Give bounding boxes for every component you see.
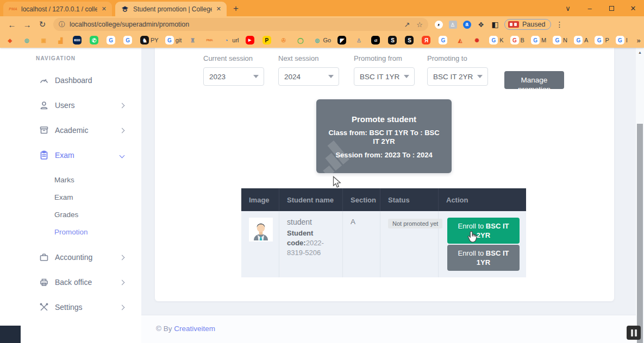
bookmark-item[interactable]: ◎Go	[313, 36, 332, 45]
bookmark-item[interactable]: ◔url	[222, 36, 239, 45]
tab-close-icon[interactable]: ✕	[216, 5, 221, 12]
bookmark-item[interactable]: PMA	[205, 36, 215, 45]
close-window-button[interactable]: ✕	[622, 4, 644, 12]
bookmark-item[interactable]: ▣	[39, 36, 49, 45]
bookmark-item[interactable]: ✺	[472, 36, 483, 45]
scrollbar[interactable]: ▲	[636, 48, 644, 343]
tab-close-icon[interactable]: ✕	[102, 5, 107, 12]
back-icon[interactable]: ←	[4, 20, 20, 29]
tab-phpmyadmin[interactable]: PMA localhost / 127.0.0.1 / college / u …	[3, 2, 112, 16]
sidebar-item-grades[interactable]: Grades	[0, 206, 141, 223]
bookmark-item[interactable]: ♞PY	[140, 36, 159, 45]
overlay-pause-button[interactable]	[627, 326, 641, 340]
address-bar[interactable]: ⓘ localhost/college/superadmin/promotion…	[53, 18, 428, 31]
bookmark-item[interactable]: ◭	[455, 36, 466, 45]
tab-title: Student promotion | College	[133, 5, 212, 13]
bookmark-item[interactable]: cl	[371, 36, 382, 45]
sidebar-item-exam[interactable]: Exam	[0, 143, 141, 168]
bookmark-icon: S	[405, 36, 414, 45]
share-icon[interactable]: ↗	[404, 21, 410, 29]
student-avatar	[249, 218, 273, 242]
extensions-puzzle-icon[interactable]: ❖	[474, 21, 488, 29]
recorder-paused-button[interactable]: Paused	[504, 19, 551, 30]
bookmark-item[interactable]: ♜	[188, 36, 198, 45]
sidebar-item-settings[interactable]: Settings	[0, 295, 141, 320]
bookmark-item[interactable]: GI	[616, 36, 628, 45]
next-session-select[interactable]: 2024	[278, 67, 339, 86]
sidebar-item-accounting[interactable]: Accounting	[0, 245, 141, 270]
sidebar-item-dashboard[interactable]: Dashboard	[0, 68, 141, 93]
bookmark-item[interactable]: G	[123, 36, 134, 45]
maximize-button[interactable]	[601, 4, 622, 12]
column-header-action: Action	[439, 188, 526, 211]
sidebar-item-marks[interactable]: Marks	[0, 171, 141, 188]
bookmarks-overflow-icon[interactable]: »	[634, 36, 643, 45]
bookmark-icon: ♙	[354, 36, 363, 45]
promoting-from-select[interactable]: BSC IT 1YR	[354, 67, 415, 86]
enroll-to-2yr-button[interactable]: Enroll to BSC IT 2YR	[447, 218, 520, 244]
bookmark-item[interactable]: Я	[422, 36, 432, 45]
site-info-icon[interactable]: ⓘ	[59, 20, 65, 29]
url-text[interactable]: localhost/college/superadmin/promotion	[70, 21, 397, 28]
bookmark-item[interactable]: G	[439, 36, 449, 45]
bookmark-item[interactable]: ▶	[246, 36, 256, 45]
bookmark-item[interactable]: S	[405, 36, 415, 45]
extension-a-icon[interactable]: a	[460, 20, 474, 29]
reload-icon[interactable]: ↻	[35, 20, 50, 29]
bookmark-item[interactable]: GK	[489, 36, 503, 45]
creativeitem-link[interactable]: Creativeitem	[174, 325, 215, 333]
select-value: BSC IT 2YR	[433, 73, 473, 81]
current-session-select[interactable]: 2023	[203, 67, 264, 86]
scroll-up-icon[interactable]: ▲	[636, 48, 644, 54]
browser-chrome: PMA localhost / 127.0.0.1 / college / u …	[0, 0, 644, 48]
select-value: 2024	[284, 73, 301, 81]
sidebar-item-users[interactable]: Users	[0, 93, 141, 118]
bookmark-icon: ✺	[472, 36, 481, 45]
bookmark-icon: G	[574, 36, 583, 45]
bookmark-item[interactable]: ◯	[296, 36, 307, 45]
bookmark-item[interactable]: ◆	[5, 36, 16, 45]
enroll-to-1yr-button[interactable]: Enroll to BSC IT 1YR	[447, 245, 520, 271]
bookmark-item[interactable]: ♙	[354, 36, 365, 45]
field-label: Promoting to	[427, 54, 488, 62]
sidebar-item-label: Dashboard	[55, 76, 92, 85]
bookmark-star-icon[interactable]: ☆	[416, 21, 423, 29]
promoting-to-select[interactable]: BSC IT 2YR	[427, 67, 488, 86]
sidebar-item-exam-sub[interactable]: Exam	[0, 188, 141, 206]
bookmark-item[interactable]: G	[107, 36, 117, 45]
bookmark-item[interactable]: ▟	[56, 36, 66, 45]
menu-kebab-icon[interactable]: ⋮	[553, 20, 565, 29]
bookmark-item[interactable]: P	[262, 36, 273, 45]
extension-panda-icon[interactable]: ᴥ	[432, 20, 446, 29]
minimize-button[interactable]: –	[579, 4, 601, 12]
bookmark-item[interactable]: GA	[574, 36, 588, 45]
sidebar-item-promotion[interactable]: Promotion	[0, 223, 141, 240]
bookmark-item[interactable]: ✆	[90, 36, 100, 45]
bookmark-item[interactable]: GN	[553, 36, 567, 45]
bookmark-item[interactable]: IEEE	[73, 36, 83, 45]
bookmark-item[interactable]: GP	[595, 36, 609, 45]
action-cell: Enroll to BSC IT 2YR Enroll to BSC IT 1Y…	[439, 211, 526, 277]
sidebar-item-academic[interactable]: Academic	[0, 118, 141, 143]
extension-person-icon[interactable]: ♙	[446, 21, 460, 29]
promote-title: Promote student	[316, 115, 452, 124]
tab-student-promotion[interactable]: Student promotion | College ✕	[115, 2, 227, 16]
scrollbar-thumb[interactable]	[637, 124, 643, 343]
bookmark-item[interactable]: GB	[510, 36, 524, 45]
tab-search-icon[interactable]: ∨	[557, 4, 579, 12]
bookmark-item[interactable]: S	[388, 36, 398, 45]
new-tab-button[interactable]: +	[233, 3, 239, 14]
sidebar-item-back-office[interactable]: Back office	[0, 270, 141, 295]
bookmark-item[interactable]: Ggit	[165, 36, 182, 45]
field-next-session: Next session 2024	[278, 54, 339, 86]
bookmark-item[interactable]: ◤	[337, 36, 348, 45]
overflow-chevrons: »	[634, 36, 643, 45]
phpmyadmin-favicon: PMA	[9, 5, 17, 14]
status-cell: Not promoted yet	[380, 211, 439, 277]
bookmark-item[interactable]: ◎	[22, 36, 33, 45]
bookmark-item[interactable]: ✇	[279, 36, 290, 45]
forward-icon[interactable]: →	[20, 20, 35, 29]
bookmark-item[interactable]: GM	[531, 36, 546, 45]
profile-avatar-icon[interactable]: ◧	[488, 20, 502, 29]
manage-promotion-button[interactable]: Manage promotion	[504, 71, 564, 89]
